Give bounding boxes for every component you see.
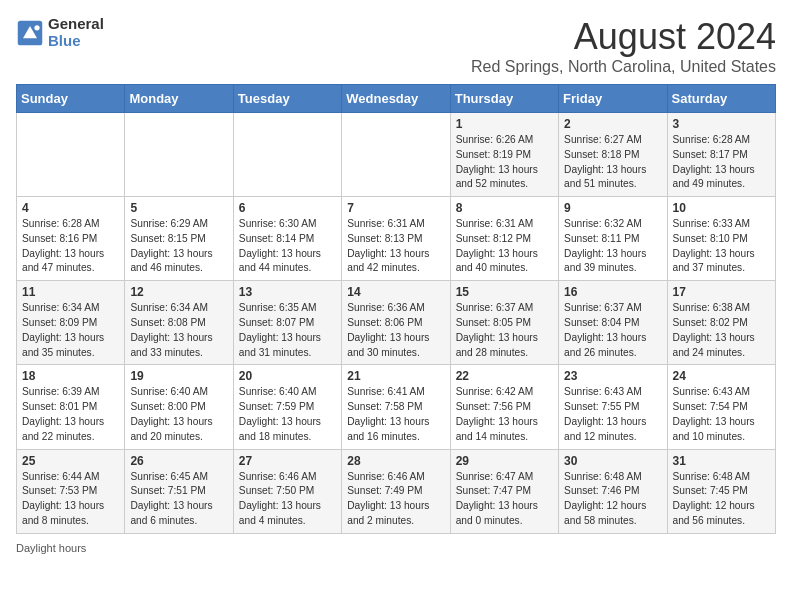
cell-content: Sunrise: 6:35 AM Sunset: 8:07 PM Dayligh… bbox=[239, 301, 336, 360]
calendar-table: SundayMondayTuesdayWednesdayThursdayFrid… bbox=[16, 84, 776, 534]
day-number: 2 bbox=[564, 117, 661, 131]
calendar-cell bbox=[17, 113, 125, 197]
calendar-cell: 22Sunrise: 6:42 AM Sunset: 7:56 PM Dayli… bbox=[450, 365, 558, 449]
calendar-cell: 11Sunrise: 6:34 AM Sunset: 8:09 PM Dayli… bbox=[17, 281, 125, 365]
column-header-sunday: Sunday bbox=[17, 85, 125, 113]
cell-content: Sunrise: 6:29 AM Sunset: 8:15 PM Dayligh… bbox=[130, 217, 227, 276]
calendar-week-row: 18Sunrise: 6:39 AM Sunset: 8:01 PM Dayli… bbox=[17, 365, 776, 449]
cell-content: Sunrise: 6:36 AM Sunset: 8:06 PM Dayligh… bbox=[347, 301, 444, 360]
cell-content: Sunrise: 6:26 AM Sunset: 8:19 PM Dayligh… bbox=[456, 133, 553, 192]
cell-content: Sunrise: 6:39 AM Sunset: 8:01 PM Dayligh… bbox=[22, 385, 119, 444]
cell-content: Sunrise: 6:31 AM Sunset: 8:12 PM Dayligh… bbox=[456, 217, 553, 276]
calendar-cell: 25Sunrise: 6:44 AM Sunset: 7:53 PM Dayli… bbox=[17, 449, 125, 533]
calendar-cell: 9Sunrise: 6:32 AM Sunset: 8:11 PM Daylig… bbox=[559, 197, 667, 281]
calendar-cell: 8Sunrise: 6:31 AM Sunset: 8:12 PM Daylig… bbox=[450, 197, 558, 281]
column-header-monday: Monday bbox=[125, 85, 233, 113]
day-number: 1 bbox=[456, 117, 553, 131]
day-number: 4 bbox=[22, 201, 119, 215]
day-number: 25 bbox=[22, 454, 119, 468]
cell-content: Sunrise: 6:41 AM Sunset: 7:58 PM Dayligh… bbox=[347, 385, 444, 444]
cell-content: Sunrise: 6:45 AM Sunset: 7:51 PM Dayligh… bbox=[130, 470, 227, 529]
calendar-cell: 23Sunrise: 6:43 AM Sunset: 7:55 PM Dayli… bbox=[559, 365, 667, 449]
day-number: 12 bbox=[130, 285, 227, 299]
calendar-cell: 21Sunrise: 6:41 AM Sunset: 7:58 PM Dayli… bbox=[342, 365, 450, 449]
title-block: August 2024 Red Springs, North Carolina,… bbox=[471, 16, 776, 76]
column-header-thursday: Thursday bbox=[450, 85, 558, 113]
calendar-cell: 31Sunrise: 6:48 AM Sunset: 7:45 PM Dayli… bbox=[667, 449, 775, 533]
calendar-header-row: SundayMondayTuesdayWednesdayThursdayFrid… bbox=[17, 85, 776, 113]
calendar-cell bbox=[233, 113, 341, 197]
month-year-title: August 2024 bbox=[471, 16, 776, 58]
day-number: 17 bbox=[673, 285, 770, 299]
calendar-cell: 19Sunrise: 6:40 AM Sunset: 8:00 PM Dayli… bbox=[125, 365, 233, 449]
calendar-cell bbox=[125, 113, 233, 197]
calendar-cell: 4Sunrise: 6:28 AM Sunset: 8:16 PM Daylig… bbox=[17, 197, 125, 281]
cell-content: Sunrise: 6:37 AM Sunset: 8:05 PM Dayligh… bbox=[456, 301, 553, 360]
column-header-saturday: Saturday bbox=[667, 85, 775, 113]
calendar-cell: 15Sunrise: 6:37 AM Sunset: 8:05 PM Dayli… bbox=[450, 281, 558, 365]
day-number: 5 bbox=[130, 201, 227, 215]
day-number: 15 bbox=[456, 285, 553, 299]
day-number: 27 bbox=[239, 454, 336, 468]
cell-content: Sunrise: 6:40 AM Sunset: 8:00 PM Dayligh… bbox=[130, 385, 227, 444]
day-number: 23 bbox=[564, 369, 661, 383]
calendar-week-row: 4Sunrise: 6:28 AM Sunset: 8:16 PM Daylig… bbox=[17, 197, 776, 281]
calendar-week-row: 11Sunrise: 6:34 AM Sunset: 8:09 PM Dayli… bbox=[17, 281, 776, 365]
calendar-cell: 29Sunrise: 6:47 AM Sunset: 7:47 PM Dayli… bbox=[450, 449, 558, 533]
calendar-cell: 24Sunrise: 6:43 AM Sunset: 7:54 PM Dayli… bbox=[667, 365, 775, 449]
calendar-cell: 18Sunrise: 6:39 AM Sunset: 8:01 PM Dayli… bbox=[17, 365, 125, 449]
cell-content: Sunrise: 6:44 AM Sunset: 7:53 PM Dayligh… bbox=[22, 470, 119, 529]
logo-blue-text: Blue bbox=[48, 33, 104, 50]
cell-content: Sunrise: 6:31 AM Sunset: 8:13 PM Dayligh… bbox=[347, 217, 444, 276]
calendar-cell: 30Sunrise: 6:48 AM Sunset: 7:46 PM Dayli… bbox=[559, 449, 667, 533]
day-number: 3 bbox=[673, 117, 770, 131]
cell-content: Sunrise: 6:43 AM Sunset: 7:55 PM Dayligh… bbox=[564, 385, 661, 444]
cell-content: Sunrise: 6:48 AM Sunset: 7:45 PM Dayligh… bbox=[673, 470, 770, 529]
cell-content: Sunrise: 6:38 AM Sunset: 8:02 PM Dayligh… bbox=[673, 301, 770, 360]
day-number: 29 bbox=[456, 454, 553, 468]
day-number: 24 bbox=[673, 369, 770, 383]
calendar-cell: 6Sunrise: 6:30 AM Sunset: 8:14 PM Daylig… bbox=[233, 197, 341, 281]
calendar-week-row: 25Sunrise: 6:44 AM Sunset: 7:53 PM Dayli… bbox=[17, 449, 776, 533]
day-number: 19 bbox=[130, 369, 227, 383]
day-number: 16 bbox=[564, 285, 661, 299]
calendar-cell bbox=[342, 113, 450, 197]
day-number: 31 bbox=[673, 454, 770, 468]
day-number: 7 bbox=[347, 201, 444, 215]
calendar-cell: 28Sunrise: 6:46 AM Sunset: 7:49 PM Dayli… bbox=[342, 449, 450, 533]
cell-content: Sunrise: 6:27 AM Sunset: 8:18 PM Dayligh… bbox=[564, 133, 661, 192]
cell-content: Sunrise: 6:32 AM Sunset: 8:11 PM Dayligh… bbox=[564, 217, 661, 276]
column-header-friday: Friday bbox=[559, 85, 667, 113]
cell-content: Sunrise: 6:28 AM Sunset: 8:17 PM Dayligh… bbox=[673, 133, 770, 192]
calendar-cell: 5Sunrise: 6:29 AM Sunset: 8:15 PM Daylig… bbox=[125, 197, 233, 281]
day-number: 13 bbox=[239, 285, 336, 299]
cell-content: Sunrise: 6:34 AM Sunset: 8:08 PM Dayligh… bbox=[130, 301, 227, 360]
day-number: 26 bbox=[130, 454, 227, 468]
calendar-cell: 7Sunrise: 6:31 AM Sunset: 8:13 PM Daylig… bbox=[342, 197, 450, 281]
calendar-cell: 1Sunrise: 6:26 AM Sunset: 8:19 PM Daylig… bbox=[450, 113, 558, 197]
logo-general-text: General bbox=[48, 16, 104, 33]
cell-content: Sunrise: 6:43 AM Sunset: 7:54 PM Dayligh… bbox=[673, 385, 770, 444]
cell-content: Sunrise: 6:37 AM Sunset: 8:04 PM Dayligh… bbox=[564, 301, 661, 360]
cell-content: Sunrise: 6:33 AM Sunset: 8:10 PM Dayligh… bbox=[673, 217, 770, 276]
day-number: 9 bbox=[564, 201, 661, 215]
cell-content: Sunrise: 6:46 AM Sunset: 7:50 PM Dayligh… bbox=[239, 470, 336, 529]
cell-content: Sunrise: 6:46 AM Sunset: 7:49 PM Dayligh… bbox=[347, 470, 444, 529]
day-number: 18 bbox=[22, 369, 119, 383]
column-header-tuesday: Tuesday bbox=[233, 85, 341, 113]
day-number: 30 bbox=[564, 454, 661, 468]
calendar-cell: 2Sunrise: 6:27 AM Sunset: 8:18 PM Daylig… bbox=[559, 113, 667, 197]
cell-content: Sunrise: 6:30 AM Sunset: 8:14 PM Dayligh… bbox=[239, 217, 336, 276]
column-header-wednesday: Wednesday bbox=[342, 85, 450, 113]
cell-content: Sunrise: 6:40 AM Sunset: 7:59 PM Dayligh… bbox=[239, 385, 336, 444]
day-number: 28 bbox=[347, 454, 444, 468]
calendar-cell: 12Sunrise: 6:34 AM Sunset: 8:08 PM Dayli… bbox=[125, 281, 233, 365]
day-number: 10 bbox=[673, 201, 770, 215]
cell-content: Sunrise: 6:34 AM Sunset: 8:09 PM Dayligh… bbox=[22, 301, 119, 360]
calendar-cell: 3Sunrise: 6:28 AM Sunset: 8:17 PM Daylig… bbox=[667, 113, 775, 197]
logo-text: General Blue bbox=[48, 16, 104, 49]
day-number: 6 bbox=[239, 201, 336, 215]
day-number: 21 bbox=[347, 369, 444, 383]
calendar-cell: 13Sunrise: 6:35 AM Sunset: 8:07 PM Dayli… bbox=[233, 281, 341, 365]
cell-content: Sunrise: 6:42 AM Sunset: 7:56 PM Dayligh… bbox=[456, 385, 553, 444]
